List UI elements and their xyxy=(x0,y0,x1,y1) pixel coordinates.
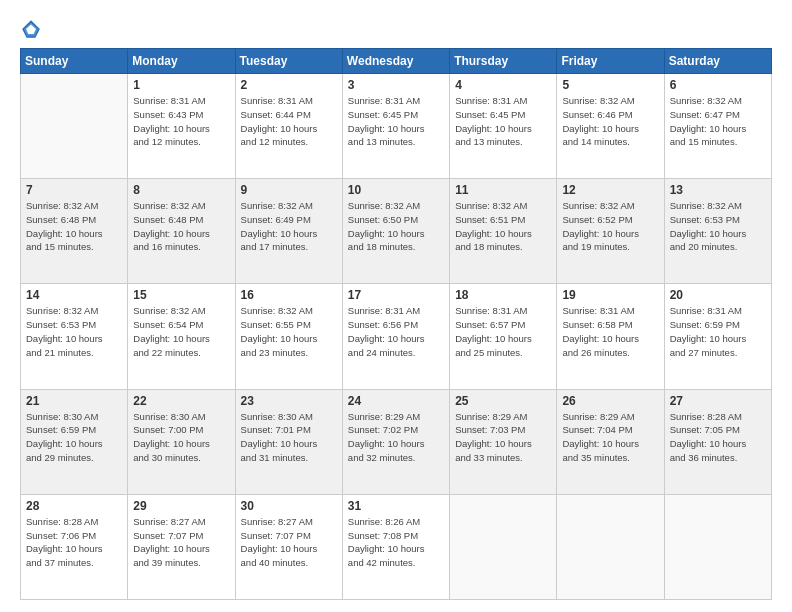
day-number: 22 xyxy=(133,394,229,408)
day-number: 19 xyxy=(562,288,658,302)
day-number: 7 xyxy=(26,183,122,197)
day-number: 3 xyxy=(348,78,444,92)
calendar-cell: 2Sunrise: 8:31 AMSunset: 6:44 PMDaylight… xyxy=(235,74,342,179)
day-info: Sunrise: 8:32 AMSunset: 6:48 PMDaylight:… xyxy=(133,199,229,254)
calendar-cell: 26Sunrise: 8:29 AMSunset: 7:04 PMDayligh… xyxy=(557,389,664,494)
calendar-cell: 11Sunrise: 8:32 AMSunset: 6:51 PMDayligh… xyxy=(450,179,557,284)
day-number: 14 xyxy=(26,288,122,302)
calendar-cell: 18Sunrise: 8:31 AMSunset: 6:57 PMDayligh… xyxy=(450,284,557,389)
header xyxy=(20,18,772,40)
calendar-cell: 16Sunrise: 8:32 AMSunset: 6:55 PMDayligh… xyxy=(235,284,342,389)
day-number: 16 xyxy=(241,288,337,302)
day-info: Sunrise: 8:27 AMSunset: 7:07 PMDaylight:… xyxy=(241,515,337,570)
day-info: Sunrise: 8:32 AMSunset: 6:53 PMDaylight:… xyxy=(26,304,122,359)
day-number: 21 xyxy=(26,394,122,408)
calendar-cell: 30Sunrise: 8:27 AMSunset: 7:07 PMDayligh… xyxy=(235,494,342,599)
day-info: Sunrise: 8:26 AMSunset: 7:08 PMDaylight:… xyxy=(348,515,444,570)
calendar-cell: 31Sunrise: 8:26 AMSunset: 7:08 PMDayligh… xyxy=(342,494,449,599)
calendar-cell: 10Sunrise: 8:32 AMSunset: 6:50 PMDayligh… xyxy=(342,179,449,284)
day-info: Sunrise: 8:32 AMSunset: 6:55 PMDaylight:… xyxy=(241,304,337,359)
calendar-cell: 17Sunrise: 8:31 AMSunset: 6:56 PMDayligh… xyxy=(342,284,449,389)
day-info: Sunrise: 8:32 AMSunset: 6:54 PMDaylight:… xyxy=(133,304,229,359)
calendar-cell: 20Sunrise: 8:31 AMSunset: 6:59 PMDayligh… xyxy=(664,284,771,389)
calendar-cell: 3Sunrise: 8:31 AMSunset: 6:45 PMDaylight… xyxy=(342,74,449,179)
day-info: Sunrise: 8:31 AMSunset: 6:45 PMDaylight:… xyxy=(455,94,551,149)
calendar-cell xyxy=(21,74,128,179)
day-number: 6 xyxy=(670,78,766,92)
calendar-week-row: 7Sunrise: 8:32 AMSunset: 6:48 PMDaylight… xyxy=(21,179,772,284)
day-info: Sunrise: 8:32 AMSunset: 6:46 PMDaylight:… xyxy=(562,94,658,149)
day-number: 26 xyxy=(562,394,658,408)
calendar-cell: 23Sunrise: 8:30 AMSunset: 7:01 PMDayligh… xyxy=(235,389,342,494)
day-number: 28 xyxy=(26,499,122,513)
calendar-cell: 13Sunrise: 8:32 AMSunset: 6:53 PMDayligh… xyxy=(664,179,771,284)
day-info: Sunrise: 8:32 AMSunset: 6:51 PMDaylight:… xyxy=(455,199,551,254)
day-number: 2 xyxy=(241,78,337,92)
day-info: Sunrise: 8:32 AMSunset: 6:49 PMDaylight:… xyxy=(241,199,337,254)
calendar-cell xyxy=(557,494,664,599)
day-number: 31 xyxy=(348,499,444,513)
weekday-header-thursday: Thursday xyxy=(450,49,557,74)
weekday-header-row: SundayMondayTuesdayWednesdayThursdayFrid… xyxy=(21,49,772,74)
day-number: 27 xyxy=(670,394,766,408)
day-info: Sunrise: 8:27 AMSunset: 7:07 PMDaylight:… xyxy=(133,515,229,570)
day-info: Sunrise: 8:30 AMSunset: 6:59 PMDaylight:… xyxy=(26,410,122,465)
calendar-week-row: 28Sunrise: 8:28 AMSunset: 7:06 PMDayligh… xyxy=(21,494,772,599)
day-info: Sunrise: 8:28 AMSunset: 7:05 PMDaylight:… xyxy=(670,410,766,465)
day-info: Sunrise: 8:32 AMSunset: 6:52 PMDaylight:… xyxy=(562,199,658,254)
calendar-cell: 14Sunrise: 8:32 AMSunset: 6:53 PMDayligh… xyxy=(21,284,128,389)
calendar-cell: 6Sunrise: 8:32 AMSunset: 6:47 PMDaylight… xyxy=(664,74,771,179)
day-info: Sunrise: 8:31 AMSunset: 6:43 PMDaylight:… xyxy=(133,94,229,149)
day-number: 1 xyxy=(133,78,229,92)
day-number: 24 xyxy=(348,394,444,408)
day-number: 17 xyxy=(348,288,444,302)
calendar-cell: 25Sunrise: 8:29 AMSunset: 7:03 PMDayligh… xyxy=(450,389,557,494)
calendar-cell xyxy=(450,494,557,599)
calendar-cell: 27Sunrise: 8:28 AMSunset: 7:05 PMDayligh… xyxy=(664,389,771,494)
calendar-cell: 8Sunrise: 8:32 AMSunset: 6:48 PMDaylight… xyxy=(128,179,235,284)
weekday-header-wednesday: Wednesday xyxy=(342,49,449,74)
calendar-cell: 4Sunrise: 8:31 AMSunset: 6:45 PMDaylight… xyxy=(450,74,557,179)
day-number: 12 xyxy=(562,183,658,197)
day-info: Sunrise: 8:31 AMSunset: 6:58 PMDaylight:… xyxy=(562,304,658,359)
calendar-cell xyxy=(664,494,771,599)
calendar-week-row: 21Sunrise: 8:30 AMSunset: 6:59 PMDayligh… xyxy=(21,389,772,494)
calendar-table: SundayMondayTuesdayWednesdayThursdayFrid… xyxy=(20,48,772,600)
day-number: 23 xyxy=(241,394,337,408)
day-number: 18 xyxy=(455,288,551,302)
calendar-cell: 29Sunrise: 8:27 AMSunset: 7:07 PMDayligh… xyxy=(128,494,235,599)
calendar-cell: 15Sunrise: 8:32 AMSunset: 6:54 PMDayligh… xyxy=(128,284,235,389)
day-info: Sunrise: 8:31 AMSunset: 6:45 PMDaylight:… xyxy=(348,94,444,149)
day-number: 5 xyxy=(562,78,658,92)
calendar-cell: 1Sunrise: 8:31 AMSunset: 6:43 PMDaylight… xyxy=(128,74,235,179)
day-number: 29 xyxy=(133,499,229,513)
day-number: 9 xyxy=(241,183,337,197)
day-number: 13 xyxy=(670,183,766,197)
day-info: Sunrise: 8:29 AMSunset: 7:04 PMDaylight:… xyxy=(562,410,658,465)
weekday-header-monday: Monday xyxy=(128,49,235,74)
day-info: Sunrise: 8:30 AMSunset: 7:01 PMDaylight:… xyxy=(241,410,337,465)
logo xyxy=(20,18,46,40)
weekday-header-tuesday: Tuesday xyxy=(235,49,342,74)
day-info: Sunrise: 8:32 AMSunset: 6:47 PMDaylight:… xyxy=(670,94,766,149)
calendar-cell: 12Sunrise: 8:32 AMSunset: 6:52 PMDayligh… xyxy=(557,179,664,284)
calendar-cell: 24Sunrise: 8:29 AMSunset: 7:02 PMDayligh… xyxy=(342,389,449,494)
day-number: 25 xyxy=(455,394,551,408)
weekday-header-saturday: Saturday xyxy=(664,49,771,74)
logo-icon xyxy=(20,18,42,40)
day-number: 4 xyxy=(455,78,551,92)
day-number: 15 xyxy=(133,288,229,302)
calendar-cell: 9Sunrise: 8:32 AMSunset: 6:49 PMDaylight… xyxy=(235,179,342,284)
weekday-header-friday: Friday xyxy=(557,49,664,74)
day-info: Sunrise: 8:31 AMSunset: 6:57 PMDaylight:… xyxy=(455,304,551,359)
day-info: Sunrise: 8:32 AMSunset: 6:48 PMDaylight:… xyxy=(26,199,122,254)
day-info: Sunrise: 8:30 AMSunset: 7:00 PMDaylight:… xyxy=(133,410,229,465)
calendar-week-row: 1Sunrise: 8:31 AMSunset: 6:43 PMDaylight… xyxy=(21,74,772,179)
day-info: Sunrise: 8:32 AMSunset: 6:53 PMDaylight:… xyxy=(670,199,766,254)
day-info: Sunrise: 8:32 AMSunset: 6:50 PMDaylight:… xyxy=(348,199,444,254)
day-number: 8 xyxy=(133,183,229,197)
calendar-cell: 19Sunrise: 8:31 AMSunset: 6:58 PMDayligh… xyxy=(557,284,664,389)
day-info: Sunrise: 8:29 AMSunset: 7:03 PMDaylight:… xyxy=(455,410,551,465)
day-number: 30 xyxy=(241,499,337,513)
calendar-cell: 21Sunrise: 8:30 AMSunset: 6:59 PMDayligh… xyxy=(21,389,128,494)
